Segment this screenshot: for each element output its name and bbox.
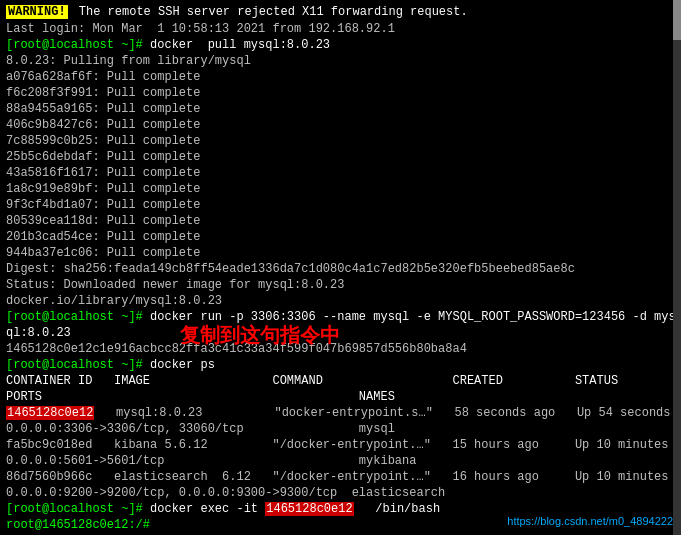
table-row-mysql-ports: 0.0.0.0:3306->3306/tcp, 33060/tcp mysql <box>6 421 675 437</box>
warning-badge: WARNING! <box>6 5 68 19</box>
docker-io-line: docker.io/library/mysql:8.0.23 <box>6 293 675 309</box>
table-header-line2: PORTS NAMES <box>6 389 675 405</box>
hash7-line: 43a5816f1617: Pull complete <box>6 165 675 181</box>
exec-container-id-highlight: 1465128c0e12 <box>265 502 353 516</box>
scrollbar-thumb[interactable] <box>673 0 681 40</box>
cmd-run-line2: ql:8.0.23 <box>6 325 675 341</box>
hash1-line: a076a628af6f: Pull complete <box>6 69 675 85</box>
hash5-line: 7c88599c0b25: Pull complete <box>6 133 675 149</box>
table-row-mysql-main: 1465128c0e12 mysql:8.0.23 "docker-entryp… <box>6 405 675 421</box>
watermark: https://blog.csdn.net/m0_4894222 <box>507 515 673 527</box>
hours-text: 15 hours <box>452 438 510 452</box>
hash2-line: f6c208f3f991: Pull complete <box>6 85 675 101</box>
scrollbar[interactable] <box>673 0 681 535</box>
container-hash-line: 1465128c0e12c1e916acbcc82ffa3c41c33a34f5… <box>6 341 675 357</box>
warning-text: The remote SSH server rejected X11 forwa… <box>72 4 468 20</box>
overlay-annotation: 复制到这句指令中 <box>180 322 340 349</box>
terminal-window: WARNING! The remote SSH server rejected … <box>0 0 681 535</box>
pulling-line: 8.0.23: Pulling from library/mysql <box>6 53 675 69</box>
hash10-line: 80539cea118d: Pull complete <box>6 213 675 229</box>
hash4-line: 406c9b8427c6: Pull complete <box>6 117 675 133</box>
last-login-line: Last login: Mon Mar 1 10:58:13 2021 from… <box>6 21 675 37</box>
cmd-pull-line: [root@localhost ~]# docker pull mysql:8.… <box>6 37 675 53</box>
status-line: Status: Downloaded newer image for mysql… <box>6 277 675 293</box>
hash12-line: 944ba37e1c06: Pull complete <box>6 245 675 261</box>
cmd-run-line1: [root@localhost ~]# docker run -p 3306:3… <box>6 309 675 325</box>
hash3-line: 88a9455a9165: Pull complete <box>6 101 675 117</box>
table-row-kibana-ports: 0.0.0.0:5601->5601/tcp mykibana <box>6 453 675 469</box>
table-row-kibana-main: fa5bc9c018ed kibana 5.6.12 "/docker-entr… <box>6 437 675 453</box>
hash11-line: 201b3cad54ce: Pull complete <box>6 229 675 245</box>
container-id-highlight: 1465128c0e12 <box>6 406 94 420</box>
table-header-line1: CONTAINER ID IMAGE COMMAND CREATED STATU… <box>6 373 675 389</box>
table-row-es-ports: 0.0.0.0:9200->9200/tcp, 0.0.0.0:9300->93… <box>6 485 675 501</box>
hash9-line: 9f3cf4bd1a07: Pull complete <box>6 197 675 213</box>
cmd-ps-line: [root@localhost ~]# docker ps <box>6 357 675 373</box>
digest-line: Digest: sha256:feada149cb8ff54eade1336da… <box>6 261 675 277</box>
seconds-text: seconds <box>620 406 670 420</box>
warning-line: WARNING! The remote SSH server rejected … <box>6 4 675 20</box>
table-row-es-main: 86d7560b966c elasticsearch 6.12 "/docker… <box>6 469 675 485</box>
hash6-line: 25b5c6debdaf: Pull complete <box>6 149 675 165</box>
hash8-line: 1a8c919e89bf: Pull complete <box>6 181 675 197</box>
